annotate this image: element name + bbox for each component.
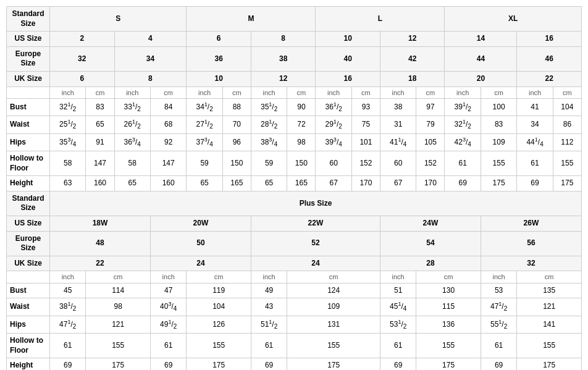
waist-xl14-inch: 321/2 — [445, 116, 481, 133]
us-18w: 18W — [50, 216, 151, 232]
unit2-inch-2: inch — [150, 271, 186, 283]
hips-22w-inch: 511/2 — [251, 316, 287, 333]
height-l10-inch: 67 — [316, 176, 351, 191]
hips-18w-cm: 121 — [86, 316, 151, 333]
us-24w: 24W — [380, 216, 481, 232]
hips-m8-inch: 383/4 — [251, 133, 287, 151]
height-m6-inch: 65 — [187, 176, 222, 191]
hips-22w-cm: 131 — [287, 316, 380, 333]
waist-m6-cm: 70 — [222, 116, 251, 133]
waist-l12-cm: 79 — [416, 116, 445, 133]
us-6: 6 — [187, 32, 251, 47]
height-24w-inch: 69 — [380, 358, 416, 370]
standard-size-label: StandardSize — [7, 7, 50, 32]
bust-label: Bust — [7, 98, 50, 116]
hollow-s2-cm: 147 — [86, 151, 114, 176]
unit-cm-3: cm — [222, 86, 251, 98]
hips-l10-inch: 393/4 — [316, 133, 351, 151]
uk-size-label-2: UK Size — [7, 256, 50, 271]
hollow-m6-cm: 150 — [222, 151, 251, 176]
hips-26w-cm: 141 — [517, 316, 582, 333]
height-s4-cm: 160 — [150, 176, 186, 191]
bust-22w-inch: 49 — [251, 283, 287, 298]
hips-xl14-cm: 109 — [481, 133, 516, 151]
unit-inch-5: inch — [316, 86, 351, 98]
waist-xl16-inch: 34 — [517, 116, 553, 133]
hollow-m6-inch: 59 — [187, 151, 222, 176]
bust-20w-cm: 119 — [187, 283, 251, 298]
height-xl16-inch: 69 — [517, 176, 553, 191]
size-l-header: L — [316, 7, 445, 32]
hollow-s4-inch: 58 — [114, 151, 150, 176]
eu-52: 52 — [251, 231, 380, 256]
waist-24w-inch: 451/4 — [380, 298, 416, 316]
hips-s4-cm: 92 — [150, 133, 186, 151]
eu-56: 56 — [481, 231, 581, 256]
height-18w-cm: 175 — [86, 358, 151, 370]
hips-26w-inch: 551/2 — [481, 316, 516, 333]
unit2-cm-5: cm — [517, 271, 582, 283]
waist-m8-cm: 72 — [287, 116, 316, 133]
hips-m6-cm: 96 — [222, 133, 251, 151]
bust-l12-cm: 97 — [416, 98, 445, 116]
hollow-xl14-cm: 155 — [481, 151, 516, 176]
hollow-xl14-inch: 61 — [445, 151, 481, 176]
unit2-inch-4: inch — [380, 271, 416, 283]
hollow-m8-inch: 59 — [251, 151, 287, 176]
us-4: 4 — [114, 32, 187, 47]
bust-m8-cm: 90 — [287, 98, 316, 116]
hollow-26w-inch: 61 — [481, 334, 516, 358]
hips-l10-cm: 101 — [351, 133, 380, 151]
eu-54: 54 — [380, 231, 481, 256]
unit-cm-7: cm — [481, 86, 516, 98]
empty-unit-label — [7, 86, 50, 98]
bust-s2-cm: 83 — [86, 98, 114, 116]
unit-cm-5: cm — [351, 86, 380, 98]
hollow-22w-inch: 61 — [251, 334, 287, 358]
bust-xl16-inch: 41 — [517, 98, 553, 116]
height-20w-inch: 69 — [150, 358, 186, 370]
hips-s2-inch: 353/4 — [50, 133, 86, 151]
unit-cm-2: cm — [150, 86, 186, 98]
eu-34: 34 — [114, 46, 187, 71]
us-20w: 20W — [150, 216, 251, 232]
bust-l12-inch: 38 — [380, 98, 416, 116]
height-22w-inch: 69 — [251, 358, 287, 370]
eu-38: 38 — [251, 46, 316, 71]
uk-10: 10 — [187, 71, 251, 86]
hollow-20w-inch: 61 — [150, 334, 186, 358]
hollow-26w-cm: 155 — [517, 334, 582, 358]
height-26w-inch: 69 — [481, 358, 516, 370]
eu-46: 46 — [517, 46, 582, 71]
eu-50: 50 — [150, 231, 251, 256]
uk-6: 6 — [50, 71, 115, 86]
bust-m8-inch: 351/2 — [251, 98, 287, 116]
height-m8-inch: 65 — [251, 176, 287, 191]
waist-s4-inch: 261/2 — [114, 116, 150, 133]
height-label: Height — [7, 176, 50, 191]
bust-s4-cm: 84 — [150, 98, 186, 116]
waist-l10-inch: 291/2 — [316, 116, 351, 133]
unit-inch-8: inch — [517, 86, 553, 98]
hollow-20w-cm: 155 — [187, 334, 251, 358]
waist-m8-inch: 281/2 — [251, 116, 287, 133]
bust-label-2: Bust — [7, 283, 50, 298]
bust-26w-inch: 53 — [481, 283, 516, 298]
uk-size-label: UK Size — [7, 71, 50, 86]
uk-32-plus: 32 — [481, 256, 581, 271]
hollow-l12-cm: 152 — [416, 151, 445, 176]
waist-18w-cm: 98 — [86, 298, 151, 316]
hollow-24w-cm: 155 — [416, 334, 481, 358]
height-20w-cm: 175 — [187, 358, 251, 370]
eu-36: 36 — [187, 46, 251, 71]
height-s4-inch: 65 — [114, 176, 150, 191]
bust-xl16-cm: 104 — [553, 98, 581, 116]
hips-xl16-cm: 112 — [553, 133, 581, 151]
hollow-l10-cm: 152 — [351, 151, 380, 176]
height-xl14-inch: 69 — [445, 176, 481, 191]
waist-26w-inch: 471/2 — [481, 298, 516, 316]
unit-inch-1: inch — [50, 86, 86, 98]
height-l12-cm: 170 — [416, 176, 445, 191]
unit2-inch-1: inch — [50, 271, 86, 283]
us-10: 10 — [316, 32, 380, 47]
